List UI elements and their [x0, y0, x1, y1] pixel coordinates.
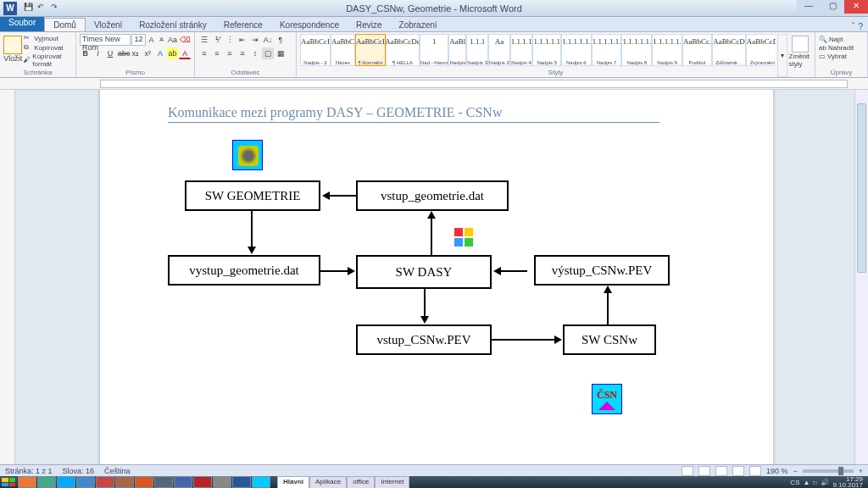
taskbar-app-2[interactable] — [37, 476, 56, 488]
style-item[interactable]: AaBbCcINadpis - 2 — [300, 34, 331, 66]
font-size-select[interactable]: 12 — [131, 34, 146, 46]
cut-button[interactable]: ✂Vyjmout — [24, 34, 72, 42]
subscript-button[interactable]: x₂ — [130, 47, 142, 59]
tab-insert[interactable]: Vložení — [86, 19, 131, 31]
taskbar-app-4[interactable] — [76, 476, 95, 488]
style-item[interactable]: AaBbCc.Podtitul — [682, 34, 712, 66]
sort-icon[interactable]: A↓ — [262, 34, 274, 46]
scrollbar-vertical[interactable] — [854, 90, 868, 464]
save-icon[interactable]: 💾 — [24, 3, 36, 14]
copy-button[interactable]: ⧉Kopírovat — [24, 43, 72, 52]
view-outline-icon[interactable] — [732, 466, 744, 476]
style-item[interactable]: 1.1.1Nadpis 3 — [466, 34, 488, 66]
grow-font-icon[interactable]: A — [147, 34, 156, 46]
tray-lang[interactable]: CS — [790, 479, 799, 486]
taskbar-app-3[interactable] — [57, 476, 75, 488]
style-item[interactable]: 1.1.1.1Nadpis 4 — [510, 34, 533, 66]
undo-icon[interactable]: ↶ — [37, 3, 49, 14]
doctab-apps[interactable]: Aplikace — [309, 476, 347, 488]
style-item[interactable]: 1Nad - hlavní — [420, 34, 448, 66]
ruler-vertical[interactable] — [0, 90, 15, 464]
zoom-in-button[interactable]: + — [859, 467, 863, 475]
text-effect-icon[interactable]: A — [154, 47, 166, 59]
taskbar-app-12[interactable] — [232, 476, 251, 488]
tray-net-icon[interactable]: ⏍ — [813, 479, 817, 486]
justify-icon[interactable]: ≡ — [236, 47, 248, 59]
strike-button[interactable]: abc — [117, 47, 129, 59]
align-left-icon[interactable]: ≡ — [198, 47, 210, 59]
tab-home[interactable]: Domů — [44, 18, 86, 31]
line-spacing-icon[interactable]: ↕ — [249, 47, 261, 59]
bullets-icon[interactable]: ☰ — [198, 34, 210, 46]
style-item[interactable]: 1.1.1.1.1.Nadpis 6 — [561, 34, 592, 66]
doctab-internet[interactable]: Internet — [375, 476, 409, 488]
zoom-slider[interactable] — [803, 469, 854, 473]
maximize-button[interactable]: ▢ — [821, 0, 844, 14]
italic-button[interactable]: I — [92, 47, 104, 59]
superscript-button[interactable]: x² — [142, 47, 154, 59]
taskbar-app-5[interactable] — [96, 476, 114, 488]
select-button[interactable]: ▭Vybrat — [819, 53, 861, 60]
tray-vol-icon[interactable]: 🔊 — [821, 479, 829, 486]
taskbar-app-11[interactable] — [213, 476, 231, 488]
zoom-level[interactable]: 190 % — [766, 467, 788, 475]
clear-format-icon[interactable]: ⌫ — [179, 34, 191, 46]
align-right-icon[interactable]: ≡ — [224, 47, 236, 59]
ribbon-minimize-icon[interactable]: ˇ — [852, 22, 854, 31]
underline-button[interactable]: U — [104, 47, 116, 59]
find-button[interactable]: 🔍Najít — [819, 36, 861, 43]
ruler-horizontal[interactable] — [0, 78, 868, 90]
highlight-icon[interactable]: ab — [167, 47, 179, 59]
format-painter-button[interactable]: 🖌Kopírovat formát — [24, 53, 72, 68]
style-item[interactable]: AaBlNadpis — [448, 34, 466, 66]
tray-date[interactable]: 9.10.2017 — [832, 482, 863, 488]
tab-mailings[interactable]: Korespondence — [271, 19, 348, 31]
scrollbar-thumb[interactable] — [857, 103, 866, 273]
file-tab[interactable]: Soubor — [0, 16, 44, 31]
style-item[interactable]: AaBbCcI¶ Normální — [355, 34, 386, 66]
replace-button[interactable]: abNahradit — [819, 44, 861, 52]
taskbar-app-10[interactable] — [193, 476, 212, 488]
style-item[interactable]: 1.1.1.1.1.Nadpis 9 — [652, 34, 682, 66]
style-item[interactable]: AaBbCcDc¶ HELLA — [386, 34, 420, 66]
style-item[interactable]: 1.1.1.1.1Nadpis 5 — [532, 34, 561, 66]
view-print-layout-icon[interactable] — [682, 466, 693, 476]
style-item[interactable]: 1.1.1.1.1.Nadpis 7 — [592, 34, 622, 66]
status-words[interactable]: Slova: 16 — [63, 467, 95, 475]
shrink-font-icon[interactable]: A — [157, 34, 166, 46]
view-draft-icon[interactable] — [749, 466, 761, 476]
status-page[interactable]: Stránka: 1 z 1 — [5, 467, 53, 475]
view-web-icon[interactable] — [715, 466, 727, 476]
tab-review[interactable]: Revize — [348, 19, 391, 31]
show-marks-icon[interactable]: ¶ — [275, 34, 287, 46]
taskbar-app-1[interactable] — [18, 476, 36, 488]
taskbar-app-6[interactable] — [115, 476, 134, 488]
align-center-icon[interactable]: ≡ — [211, 47, 223, 59]
page[interactable]: Komunikace mezi programy DASY – GEOMETRI… — [100, 90, 773, 464]
indent-icon[interactable]: ⇥ — [249, 34, 261, 46]
change-case-icon[interactable]: Aa — [167, 34, 178, 46]
bold-button[interactable]: B — [80, 47, 92, 59]
tab-view[interactable]: Zobrazení — [391, 19, 446, 31]
tab-layout[interactable]: Rozložení stránky — [131, 19, 214, 31]
close-button[interactable]: ✕ — [844, 0, 868, 14]
status-language[interactable]: Čeština — [104, 467, 131, 475]
shading-icon[interactable]: ▢ — [262, 47, 274, 59]
redo-icon[interactable]: ↷ — [51, 3, 63, 14]
tab-references[interactable]: Reference — [215, 19, 271, 31]
style-item[interactable]: 1.1.1.1.1.Nadpis 8 — [621, 34, 652, 66]
style-item[interactable]: AaBbCcDZvýraznění — [746, 34, 776, 66]
outdent-icon[interactable]: ⇤ — [236, 34, 248, 46]
font-name-select[interactable]: Times New Rom — [80, 34, 131, 46]
minimize-button[interactable]: — — [797, 0, 821, 14]
taskbar-app-8[interactable] — [154, 476, 173, 488]
taskbar-app-7[interactable] — [135, 476, 153, 488]
font-color-icon[interactable]: A — [179, 47, 191, 59]
zoom-out-button[interactable]: − — [793, 467, 797, 475]
borders-icon[interactable]: ▦ — [275, 47, 287, 59]
style-item[interactable]: AaBbCcDZdůrazně… — [712, 34, 746, 66]
start-button[interactable] — [0, 476, 17, 488]
tray-flag-icon[interactable]: ▲ — [803, 479, 810, 486]
multilevel-icon[interactable]: ⋮ — [224, 34, 236, 46]
taskbar-app-13[interactable] — [252, 476, 270, 488]
